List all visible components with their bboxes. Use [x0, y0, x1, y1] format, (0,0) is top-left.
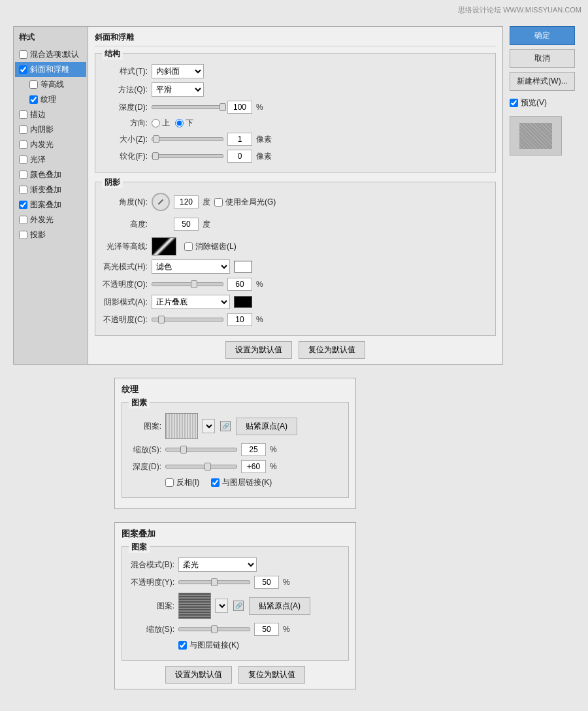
- angle-unit: 度: [203, 197, 210, 208]
- preview-checkbox[interactable]: [510, 99, 518, 107]
- texture-pattern-thumb: [165, 413, 198, 439]
- sidebar-item-satin[interactable]: 光泽: [15, 152, 86, 167]
- cancel-button[interactable]: 取消: [510, 49, 575, 68]
- sidebar-item-stroke[interactable]: 描边: [15, 107, 86, 122]
- inner-glow-checkbox[interactable]: [19, 141, 27, 149]
- inner-shadow-label: 内阴影: [30, 124, 54, 135]
- pattern-reset-default-button[interactable]: 复位为默认值: [238, 666, 305, 684]
- action-buttons: 确定 取消 新建样式(W)... 预览(V): [510, 26, 575, 365]
- pattern-overlay-label: 图案叠加: [30, 199, 61, 210]
- bevel-label: 斜面和浮雕: [30, 64, 69, 75]
- pattern-overlay-title: 图案叠加: [122, 528, 349, 540]
- pattern-scale-unit: %: [283, 625, 290, 634]
- highlight-mode-select[interactable]: 滤色 正常 叠加: [152, 259, 230, 274]
- satin-checkbox[interactable]: [19, 156, 27, 164]
- texture-pattern-dropdown[interactable]: ▼: [202, 419, 215, 433]
- texture-depth-input[interactable]: [241, 460, 266, 473]
- shadow-mode-row: 阴影模式(A): 正片叠底 正常 叠加: [102, 295, 489, 309]
- shadow-mode-select[interactable]: 正片叠底 正常 叠加: [152, 295, 230, 309]
- confirm-button[interactable]: 确定: [510, 26, 575, 45]
- depth-input[interactable]: [227, 101, 252, 114]
- pattern-dropdown[interactable]: ▼: [215, 599, 228, 613]
- drop-shadow-checkbox[interactable]: [19, 231, 27, 239]
- sidebar-item-contour[interactable]: 等高线: [15, 77, 86, 92]
- sidebar-item-inner-glow[interactable]: 内发光: [15, 137, 86, 152]
- highlight-opacity-slider[interactable]: [152, 282, 223, 286]
- reset-default-button[interactable]: 复位为默认值: [299, 341, 365, 359]
- texture-depth-slider[interactable]: [165, 465, 237, 469]
- pattern-blend-select[interactable]: 柔光 正常 叠加 滤色: [178, 557, 257, 572]
- contour-checkbox[interactable]: [29, 80, 38, 89]
- sidebar-item-inner-shadow[interactable]: 内阴影: [15, 122, 86, 137]
- pattern-opacity-slider[interactable]: [178, 580, 250, 584]
- pattern-opacity-label: 不透明度(Y):: [129, 577, 174, 588]
- texture-invert-checkbox[interactable]: [165, 478, 174, 487]
- texture-checkbox[interactable]: [29, 95, 38, 104]
- outer-glow-checkbox[interactable]: [19, 216, 27, 224]
- satin-label: 光泽: [30, 154, 46, 165]
- inner-shadow-checkbox[interactable]: [19, 125, 27, 134]
- shadow-mode-label: 阴影模式(A):: [102, 297, 148, 308]
- inner-glow-label: 内发光: [30, 139, 54, 150]
- direction-down-item[interactable]: 下: [175, 118, 193, 129]
- shadow-section-title: 阴影: [102, 177, 123, 188]
- style-select[interactable]: 内斜面 外斜面 浮雕效果 枕状浮雕 描边浮雕: [152, 64, 204, 78]
- shadow-opacity-slider[interactable]: [152, 318, 223, 322]
- highlight-opacity-input[interactable]: [227, 278, 252, 291]
- pattern-snap-button[interactable]: 贴紧原点(A): [249, 597, 310, 615]
- altitude-input[interactable]: [174, 218, 199, 231]
- texture-scale-input[interactable]: [241, 443, 266, 456]
- texture-scale-slider[interactable]: [165, 448, 237, 452]
- direction-down-radio[interactable]: [175, 119, 184, 127]
- angle-input[interactable]: [174, 195, 199, 208]
- pattern-overlay-checkbox[interactable]: [19, 201, 27, 209]
- blend-checkbox[interactable]: [19, 50, 27, 59]
- sidebar-item-outer-glow[interactable]: 外发光: [15, 212, 86, 227]
- texture-scale-row: 缩放(S): %: [129, 443, 342, 456]
- method-select[interactable]: 平滑 雕刻清晰 雕刻柔和: [152, 82, 204, 97]
- new-style-button[interactable]: 新建样式(W)...: [510, 72, 575, 91]
- pattern-link-checkbox[interactable]: [178, 641, 187, 650]
- sidebar-item-drop-shadow[interactable]: 投影: [15, 227, 86, 242]
- shadow-opacity-input[interactable]: [227, 313, 252, 326]
- pattern-link-icon[interactable]: 🔗: [233, 601, 244, 611]
- depth-slider[interactable]: [152, 105, 223, 109]
- soften-input[interactable]: [227, 150, 252, 163]
- angle-dial[interactable]: [152, 193, 170, 211]
- altitude-unit: 度: [203, 219, 210, 230]
- sidebar-item-blend[interactable]: 混合选项:默认: [15, 47, 86, 62]
- sidebar-item-gradient-overlay[interactable]: 渐变叠加: [15, 182, 86, 197]
- soften-slider[interactable]: [152, 154, 223, 158]
- set-default-button[interactable]: 设置为默认值: [225, 341, 292, 359]
- stroke-checkbox[interactable]: [19, 110, 27, 119]
- pattern-pattern-label: 图案:: [129, 601, 174, 612]
- global-light-checkbox[interactable]: [214, 198, 223, 207]
- direction-up-radio[interactable]: [152, 119, 160, 127]
- gloss-label: 光泽等高线:: [102, 241, 148, 252]
- pattern-scale-slider[interactable]: [178, 627, 250, 631]
- pattern-set-default-button[interactable]: 设置为默认值: [165, 666, 232, 684]
- bevel-checkbox[interactable]: [19, 65, 27, 74]
- sidebar-item-texture[interactable]: 纹理: [15, 92, 86, 107]
- size-slider[interactable]: [152, 137, 223, 141]
- angle-row: 角度(N): 度 使用全局光(G): [102, 193, 489, 211]
- highlight-opacity-unit: %: [256, 280, 263, 289]
- color-overlay-checkbox[interactable]: [19, 171, 27, 179]
- sidebar-item-pattern-overlay[interactable]: 图案叠加: [15, 197, 86, 212]
- texture-snap-button[interactable]: 贴紧原点(A): [236, 418, 297, 435]
- gradient-overlay-checkbox[interactable]: [19, 186, 27, 194]
- size-input[interactable]: [227, 133, 252, 146]
- direction-up-item[interactable]: 上: [152, 118, 170, 129]
- sidebar-item-color-overlay[interactable]: 颜色叠加: [15, 167, 86, 182]
- pattern-scale-input[interactable]: [254, 623, 279, 636]
- highlight-color-swatch[interactable]: [234, 261, 252, 273]
- gloss-preview[interactable]: [152, 237, 176, 256]
- pattern-opacity-input[interactable]: [254, 576, 279, 589]
- size-row: 大小(Z): 像素: [102, 133, 489, 146]
- texture-link-icon[interactable]: 🔗: [220, 421, 231, 431]
- remove-alias-checkbox[interactable]: [184, 242, 193, 251]
- texture-link-checkbox[interactable]: [211, 478, 220, 487]
- pattern-scale-row: 缩放(S): %: [129, 623, 342, 636]
- sidebar-item-bevel[interactable]: 斜面和浮雕: [15, 62, 86, 77]
- shadow-color-swatch[interactable]: [234, 296, 252, 308]
